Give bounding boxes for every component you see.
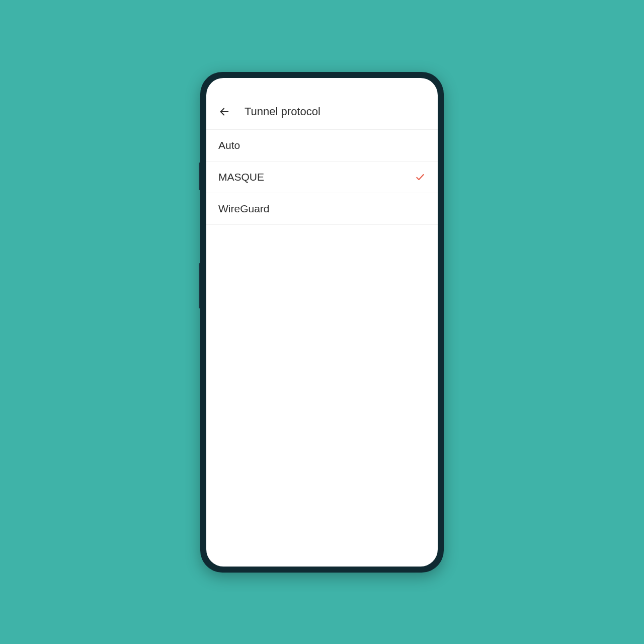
phone-frame: Tunnel protocol Auto MASQUE WireGuard [200,72,444,573]
phone-screen: Tunnel protocol Auto MASQUE WireGuard [206,78,438,567]
protocol-option-auto[interactable]: Auto [206,130,438,162]
phone-side-button [199,263,200,308]
phone-side-button [199,163,200,190]
protocol-option-label: MASQUE [218,171,264,183]
protocol-option-label: Auto [218,139,240,151]
protocol-option-label: WireGuard [218,203,270,215]
page-title: Tunnel protocol [245,105,320,118]
protocol-option-masque[interactable]: MASQUE [206,162,438,193]
checkmark-icon [415,172,426,183]
app-header: Tunnel protocol [206,90,438,130]
back-icon[interactable] [218,106,230,118]
protocol-option-wireguard[interactable]: WireGuard [206,193,438,225]
